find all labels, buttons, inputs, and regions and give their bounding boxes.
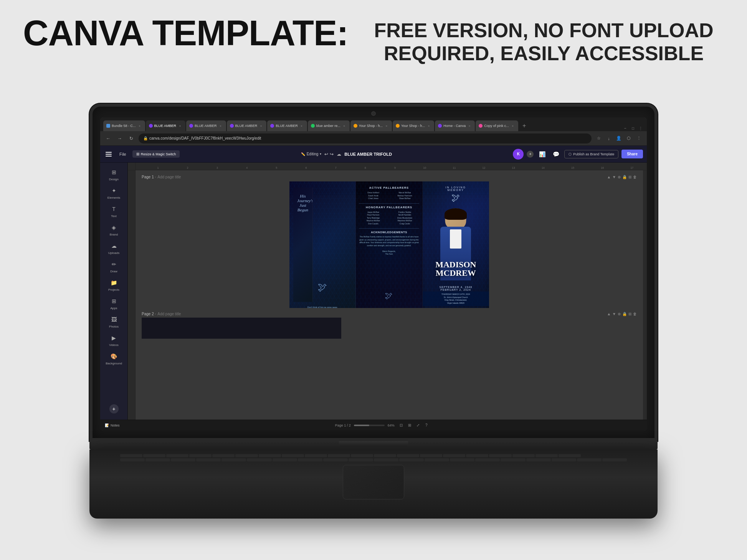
tab-close-3-icon[interactable]: ×: [259, 124, 263, 128]
tab-maximize-icon[interactable]: □: [630, 125, 636, 131]
page-progress-bar[interactable]: [354, 425, 385, 426]
back-button[interactable]: ←: [104, 134, 112, 143]
tab-bar: Bundle 58 - C... × BLUE AMBER × BLUE AMB…: [100, 117, 647, 131]
help-icon[interactable]: ?: [423, 422, 430, 429]
browser-tab-blue-amber-3[interactable]: BLUE AMBER ×: [227, 120, 267, 131]
page-up-icon[interactable]: ▲: [607, 175, 611, 179]
sidebar-item-draw[interactable]: ✏ Draw: [102, 258, 126, 275]
share-button[interactable]: Share: [621, 150, 643, 158]
sidebar-item-background[interactable]: 🎨 Background: [102, 350, 126, 367]
browser-tab-blue-amber-4[interactable]: BLUE AMBER ×: [267, 120, 307, 131]
sidebar-item-videos[interactable]: ▶ Videos: [102, 331, 126, 349]
page2-lock-icon[interactable]: 🔒: [622, 312, 627, 316]
add-page-button[interactable]: +: [109, 404, 119, 417]
editing-dropdown[interactable]: ✏️ Editing ▾: [301, 152, 322, 156]
view-fullscreen-icon[interactable]: ⤢: [415, 422, 421, 429]
notes-button[interactable]: 📝 Notes: [105, 423, 120, 427]
main-canvas-area[interactable]: Page 1 · Add page title ▲ ▼ ⊕ 🔒 ⊞: [136, 170, 643, 420]
page-delete-icon[interactable]: 🗑: [633, 175, 637, 179]
browser-actions: ☆ ↓ 👤 ⬡ ⋮: [595, 134, 643, 143]
page2-copy-icon[interactable]: ⊕: [618, 312, 621, 316]
tab-close-9-icon[interactable]: ×: [511, 124, 515, 128]
design-canvas-page2[interactable]: [142, 318, 341, 339]
tab-close-5-icon[interactable]: ×: [342, 124, 347, 128]
page2-add-title[interactable]: Add page title: [157, 312, 181, 316]
tab-close-icon[interactable]: ×: [137, 124, 142, 128]
forward-button[interactable]: →: [116, 134, 124, 143]
page-options-icon[interactable]: ⊞: [628, 175, 631, 179]
elements-icon: ✦: [110, 186, 118, 195]
undo-button[interactable]: ↩: [324, 152, 328, 157]
panel-center[interactable]: ACTIVE PALLBEARERS Omar Ashford Sarah Ar…: [356, 181, 422, 308]
view-grid-icon[interactable]: ⊞: [406, 422, 413, 429]
bookmark-icon[interactable]: ☆: [595, 134, 603, 143]
page-progress-fill: [354, 425, 369, 426]
sidebar-item-uploads[interactable]: ☁ Uploads: [102, 239, 126, 257]
page1-add-title[interactable]: Add page title: [157, 175, 181, 179]
browser-tab-your-shop-2[interactable]: Your Shop - h... ×: [393, 120, 434, 131]
header-area: CANVA TEMPLATE: FREE VERSION, NO FONT UP…: [23, 15, 724, 65]
page2-delete-icon[interactable]: 🗑: [633, 312, 637, 316]
publish-button[interactable]: ⬡ Publish as Brand Template: [564, 150, 618, 158]
view-single-icon[interactable]: ⊡: [398, 422, 405, 429]
dove-left-icon: 🕊: [318, 282, 327, 293]
laptop-trackpad[interactable]: [343, 465, 404, 499]
tab-close-6-icon[interactable]: ×: [384, 124, 389, 128]
page2-down-icon[interactable]: ▼: [612, 312, 616, 316]
apps-label: Apps: [110, 306, 117, 310]
browser-tab-blue-amber-1[interactable]: BLUE AMBER ×: [146, 120, 186, 131]
videos-label: Videos: [109, 343, 118, 347]
comment-icon[interactable]: 💬: [550, 149, 561, 160]
new-tab-button[interactable]: +: [519, 120, 530, 131]
photos-label: Photos: [109, 325, 119, 328]
browser-tab-pink[interactable]: Copy of pink c... ×: [476, 120, 518, 131]
sidebar-item-text[interactable]: T Text: [102, 203, 126, 220]
sidebar-item-brand[interactable]: ◈ Brand: [102, 221, 126, 239]
tab-close-7-icon[interactable]: ×: [426, 124, 431, 128]
redo-button[interactable]: ↪: [330, 152, 334, 157]
add-collaborator-button[interactable]: +: [527, 151, 534, 158]
browser-tab-bundle[interactable]: Bundle 58 - C... ×: [103, 120, 145, 131]
page2-options-icon[interactable]: ⊞: [628, 312, 631, 316]
extensions-icon[interactable]: ⬡: [625, 134, 633, 143]
tab-close-2-icon[interactable]: ×: [218, 124, 223, 128]
page-copy-icon[interactable]: ⊕: [618, 175, 621, 179]
bottom-center: Page 1 / 2 64% ⊡ ⊞ ⤢ ?: [123, 422, 642, 429]
sidebar-item-photos[interactable]: 🖼 Photos: [102, 313, 126, 331]
magic-switch-button[interactable]: ⊞ Resize & Magic Switch: [132, 150, 180, 158]
file-button[interactable]: File: [116, 150, 129, 158]
page2-controls: ▲ ▼ ⊕ 🔒 ⊞ 🗑: [607, 312, 637, 316]
browser-tab-your-shop-1[interactable]: Your Shop - h... ×: [350, 120, 392, 131]
tab-close-active-icon[interactable]: ×: [178, 124, 182, 128]
canva-menu-button[interactable]: [104, 150, 113, 158]
tab-close-8-icon[interactable]: ×: [467, 124, 472, 128]
browser-tab-blue-amber-2[interactable]: BLUE AMBER ×: [186, 120, 226, 131]
tab-minimize-icon[interactable]: −: [622, 125, 628, 131]
browser-chrome: Bundle 58 - C... × BLUE AMBER × BLUE AMB…: [100, 117, 647, 430]
screen-bezel: Bundle 58 - C... × BLUE AMBER × BLUE AMB…: [100, 117, 647, 430]
page2-up-icon[interactable]: ▲: [607, 312, 611, 316]
browser-tab-canva[interactable]: Home - Canva ×: [435, 120, 475, 131]
sidebar-item-apps[interactable]: ⊞ Apps: [102, 295, 126, 312]
sidebar-item-projects[interactable]: 📁 Projects: [102, 276, 126, 294]
download-icon[interactable]: ↓: [605, 134, 613, 143]
scroll-bar-right[interactable]: [643, 170, 647, 420]
page-down-icon[interactable]: ▼: [612, 175, 616, 179]
tab-more-icon[interactable]: ⋮: [638, 125, 644, 131]
sidebar-item-design[interactable]: ⊞ Design: [102, 166, 126, 183]
pallbearer-divider: [359, 203, 419, 204]
analytics-icon[interactable]: 📊: [537, 149, 547, 160]
address-field[interactable]: 🔒 canva.com/design/DAF_IV0bFFJ0C7f8nkH_v…: [139, 133, 592, 143]
design-canvas-page1[interactable]: His Journey's Just Begun Don't think of …: [289, 181, 489, 308]
panel-right[interactable]: IN LOVINGMEMORY 🕊: [423, 181, 489, 308]
tab-close-4-icon[interactable]: ×: [299, 124, 304, 128]
browser-tab-blue-amber-re[interactable]: blue amber re... ×: [308, 120, 350, 131]
dove-center-icon: 🕊: [385, 292, 393, 300]
sidebar-item-elements[interactable]: ✦ Elements: [102, 184, 126, 202]
profile-icon[interactable]: 👤: [615, 134, 623, 143]
browser-menu-icon[interactable]: ⋮: [635, 134, 643, 143]
page-lock-icon[interactable]: 🔒: [622, 175, 627, 179]
panel-left[interactable]: His Journey's Just Begun Don't think of …: [289, 181, 356, 308]
user-avatar[interactable]: K: [513, 149, 524, 160]
reload-button[interactable]: ↻: [127, 134, 136, 143]
